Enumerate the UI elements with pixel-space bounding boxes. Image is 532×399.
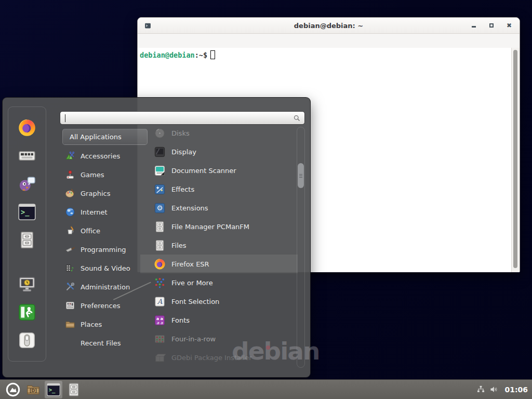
category-row[interactable]: Accessories bbox=[62, 147, 148, 165]
games-icon bbox=[65, 169, 75, 180]
search-input[interactable] bbox=[60, 111, 305, 125]
favorite-pidgin[interactable] bbox=[18, 175, 36, 193]
category-row[interactable]: Administration bbox=[62, 277, 148, 296]
tray-icon-network[interactable] bbox=[476, 385, 485, 394]
graphics-icon bbox=[65, 188, 75, 198]
taskbar-item-file-manager-task[interactable] bbox=[65, 381, 83, 398]
folder-d-icon bbox=[26, 382, 41, 397]
app-row[interactable]: Firefox ESR bbox=[140, 255, 298, 273]
firefox-icon bbox=[18, 118, 36, 137]
category-row[interactable]: Sound & Video bbox=[62, 259, 148, 277]
fonts-icon bbox=[154, 314, 166, 326]
file-manager-icon bbox=[154, 221, 166, 233]
category-row[interactable]: Preferences bbox=[62, 296, 148, 315]
favorite-file-manager[interactable] bbox=[18, 231, 36, 249]
window-title: debian@debian: ~ bbox=[138, 22, 520, 30]
category-row[interactable]: Recent Files bbox=[62, 334, 148, 352]
system-tray: 01:06 bbox=[476, 385, 528, 394]
favorite-shutdown[interactable] bbox=[18, 331, 36, 350]
menubar-item[interactable] bbox=[181, 39, 192, 43]
desktop-background: debian@debian: ~ ✖ debian@debian:~$ debi… bbox=[0, 0, 532, 399]
internet-icon bbox=[65, 207, 75, 217]
network-icon bbox=[476, 385, 485, 394]
category-row[interactable]: Programming bbox=[62, 240, 148, 259]
app-label: Five or More bbox=[171, 279, 213, 287]
app-label: GDebi Package Installer bbox=[171, 354, 252, 362]
favorite-log-out[interactable] bbox=[18, 303, 36, 322]
taskbar-item-menu-button[interactable] bbox=[4, 381, 22, 398]
category-label: Internet bbox=[81, 208, 108, 216]
menubar-item[interactable] bbox=[150, 39, 161, 43]
app-label: Extensions bbox=[171, 204, 208, 212]
favorite-lock-screen[interactable] bbox=[18, 275, 36, 294]
menu-scrollbar-thumb[interactable] bbox=[298, 163, 304, 188]
app-row[interactable]: Disks bbox=[140, 124, 298, 142]
four-in-a-row-icon bbox=[154, 333, 166, 345]
terminal-menubar bbox=[138, 34, 520, 48]
app-row[interactable]: File Manager PCManFM bbox=[140, 217, 298, 236]
search-icon bbox=[293, 114, 301, 122]
app-label: Files bbox=[171, 242, 187, 249]
shell-prompt: debian@debian:~$ bbox=[138, 48, 520, 59]
category-row[interactable]: Games bbox=[62, 165, 148, 184]
app-row[interactable]: Document Scanner bbox=[140, 161, 298, 180]
app-row[interactable]: Fonts bbox=[140, 311, 298, 329]
tray-icon-volume[interactable] bbox=[489, 385, 498, 394]
category-label: Preferences bbox=[81, 302, 120, 310]
menu-logo-icon bbox=[6, 382, 20, 397]
lock-screen-icon bbox=[18, 275, 36, 294]
terminal-app-icon bbox=[46, 382, 61, 397]
app-row[interactable]: Effects bbox=[140, 180, 298, 198]
category-row[interactable]: Graphics bbox=[62, 184, 148, 203]
taskbar-item-desktop-folder[interactable] bbox=[24, 381, 42, 398]
taskbar: 01:06 bbox=[0, 379, 532, 399]
office-icon bbox=[65, 225, 75, 236]
menu-scrollbar[interactable] bbox=[297, 127, 305, 368]
places-icon bbox=[65, 319, 75, 329]
app-row[interactable]: Five or More bbox=[140, 273, 298, 292]
favorite-firefox[interactable] bbox=[18, 118, 36, 137]
app-row[interactable]: GDebi Package Installer bbox=[140, 348, 298, 367]
preferences-icon bbox=[65, 300, 75, 311]
terminal-titlebar[interactable]: debian@debian: ~ ✖ bbox=[138, 18, 520, 34]
app-label: Firefox ESR bbox=[171, 260, 209, 268]
terminal-scrollbar-thumb[interactable] bbox=[513, 50, 517, 268]
favorite-keyboard[interactable] bbox=[18, 147, 36, 165]
font-selection-icon bbox=[154, 296, 166, 308]
category-label: Places bbox=[81, 321, 102, 328]
clock[interactable]: 01:06 bbox=[504, 385, 528, 394]
terminal-scrollbar[interactable] bbox=[511, 48, 520, 272]
category-row[interactable]: All Applications bbox=[62, 129, 148, 145]
firefox-icon bbox=[154, 258, 166, 270]
favorite-terminal[interactable] bbox=[18, 203, 36, 221]
category-label: Games bbox=[81, 171, 104, 179]
menubar-item[interactable] bbox=[140, 39, 150, 43]
shutdown-icon bbox=[18, 331, 36, 350]
app-row[interactable]: Font Selection bbox=[140, 292, 298, 311]
menubar-item[interactable] bbox=[161, 39, 171, 43]
app-row[interactable]: Four-in-a-row bbox=[140, 329, 298, 348]
terminal-window-icon bbox=[144, 22, 151, 29]
minimize-button[interactable] bbox=[471, 22, 477, 29]
maximize-button[interactable] bbox=[488, 22, 495, 29]
app-row[interactable]: Display bbox=[140, 142, 298, 161]
app-label: File Manager PCManFM bbox=[171, 223, 249, 231]
pidgin-icon bbox=[18, 175, 36, 193]
menubar-item[interactable] bbox=[171, 39, 181, 43]
display-icon bbox=[154, 146, 166, 158]
close-button[interactable]: ✖ bbox=[506, 22, 512, 29]
app-row[interactable]: Files bbox=[140, 236, 298, 255]
text-caret bbox=[65, 114, 65, 122]
menubar-item[interactable] bbox=[192, 39, 202, 43]
app-row[interactable]: Extensions bbox=[140, 198, 298, 217]
category-label: Graphics bbox=[81, 190, 110, 197]
sound-video-icon bbox=[65, 263, 75, 273]
category-row[interactable]: Office bbox=[62, 221, 148, 240]
taskbar-item-terminal-task[interactable] bbox=[45, 381, 62, 398]
category-row[interactable]: Internet bbox=[62, 203, 148, 221]
app-label: Document Scanner bbox=[171, 167, 236, 175]
accessories-icon bbox=[65, 151, 75, 161]
category-row[interactable]: Places bbox=[62, 315, 148, 334]
category-label: Sound & Video bbox=[81, 264, 130, 272]
disks-icon bbox=[154, 127, 166, 139]
